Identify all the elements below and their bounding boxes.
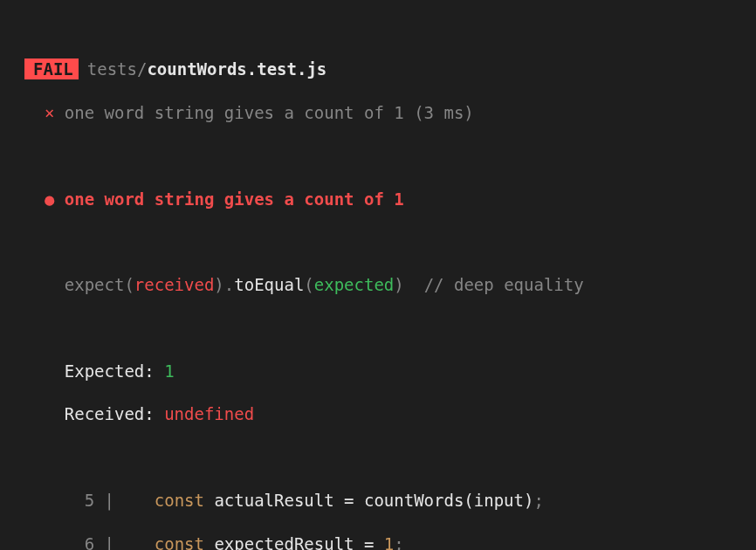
comment: // deep equality bbox=[404, 275, 584, 294]
dot: . bbox=[224, 275, 234, 294]
expect-open: expect( bbox=[65, 275, 134, 294]
received-label: Received: bbox=[65, 404, 164, 423]
indent bbox=[124, 534, 154, 551]
expected-value: 1 bbox=[164, 361, 174, 381]
const-keyword: const bbox=[155, 491, 204, 510]
code-line-6: 6 | const expectedResult = 1; bbox=[24, 533, 747, 551]
expected-line: Expected: 1 bbox=[24, 361, 747, 382]
const-keyword: const bbox=[155, 534, 204, 551]
semicolon: ; bbox=[394, 534, 403, 551]
code-line-5: 5 | const actualResult = countWords(inpu… bbox=[24, 490, 747, 512]
expected-token: expected bbox=[314, 275, 395, 294]
blank bbox=[24, 145, 747, 167]
failure-header: ● one word string gives a count of 1 bbox=[24, 189, 747, 210]
expected-label: Expected: bbox=[65, 361, 164, 381]
number-literal: 1 bbox=[384, 534, 394, 551]
blank bbox=[24, 231, 747, 253]
line-number: 5 bbox=[85, 491, 94, 510]
file-name: countWords.test.js bbox=[147, 59, 326, 79]
line-number: 6 bbox=[85, 534, 94, 551]
indent bbox=[124, 491, 154, 510]
x-icon: × bbox=[45, 103, 54, 122]
code-text: actualResult = countWords(input) bbox=[204, 491, 534, 510]
result-header: FAILtests/countWords.test.js bbox=[24, 58, 747, 80]
expect-close: ) bbox=[214, 275, 223, 294]
test-result-line: × one word string gives a count of 1 (3 … bbox=[24, 102, 747, 124]
path-prefix: tests/ bbox=[87, 59, 148, 79]
fail-badge: FAIL bbox=[24, 58, 79, 79]
received-token: received bbox=[134, 275, 215, 294]
code-text: expectedResult = bbox=[204, 534, 384, 551]
failure-title: one word string gives a count of 1 bbox=[65, 189, 404, 209]
gutter-pipe: | bbox=[94, 534, 124, 551]
to-equal: toEqual bbox=[234, 275, 304, 294]
received-value: undefined bbox=[164, 404, 254, 423]
bullet-icon: ● bbox=[45, 189, 54, 209]
matcher-line: expect(received).toEqual(expected) // de… bbox=[24, 274, 747, 296]
paren-close: ) bbox=[394, 275, 403, 294]
blank bbox=[24, 318, 747, 340]
paren-open: ( bbox=[304, 275, 313, 294]
test-result-text: one word string gives a count of 1 (3 ms… bbox=[65, 103, 474, 122]
semicolon: ; bbox=[533, 491, 543, 510]
received-line: Received: undefined bbox=[24, 403, 747, 425]
gutter-pipe: | bbox=[94, 491, 124, 510]
blank bbox=[24, 447, 747, 469]
